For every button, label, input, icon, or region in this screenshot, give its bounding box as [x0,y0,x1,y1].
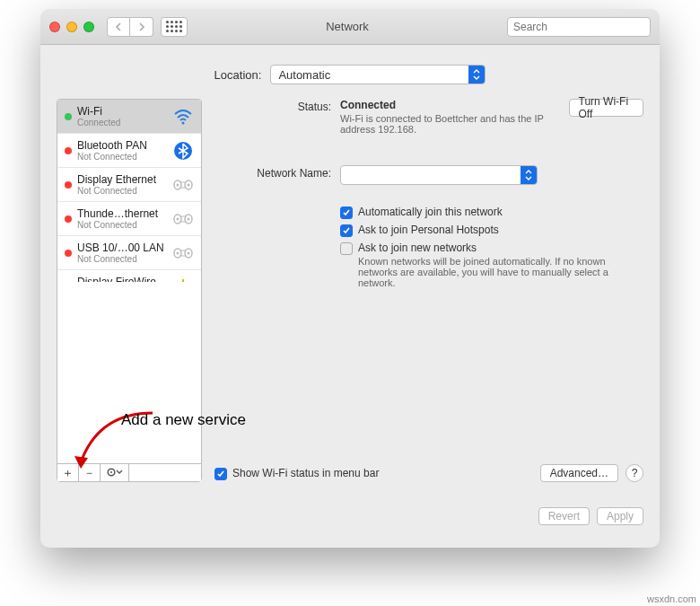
chevron-updown-icon [521,166,537,184]
menubar-label: Show Wi-Fi status in menu bar [232,467,379,479]
search-field[interactable] [507,17,651,37]
service-item[interactable]: Display FireWireNot Connected [57,270,201,282]
checkbox-icon [214,468,227,480]
status-dot-icon [65,215,72,223]
window-title: Network [188,20,507,33]
network-name-select[interactable] [340,165,538,185]
ask-new-label: Ask to join new networks [358,242,477,254]
service-name: Bluetooth PAN [77,139,167,152]
location-row: Location: Automatic [40,45,660,99]
auto-join-checkbox[interactable]: Automatically join this network [340,206,643,219]
location-value: Automatic [278,68,461,82]
apply-button[interactable]: Apply [597,507,643,525]
network-name-label: Network Name: [214,165,340,185]
service-item[interactable]: Wi-FiConnected [57,100,201,134]
service-name: Display Ethernet [77,173,167,186]
checkbox-icon [340,224,353,237]
svg-point-19 [188,251,190,254]
service-item[interactable]: Bluetooth PANNot Connected [57,134,201,168]
svg-point-18 [177,251,179,254]
ask-new-description: Known networks will be joined automatica… [358,256,609,288]
wifi-icon [172,106,194,127]
forward-button[interactable] [130,17,153,37]
service-status: Not Connected [77,254,167,264]
svg-point-13 [188,217,190,220]
eth-icon [172,242,194,264]
back-button[interactable] [107,17,130,37]
advanced-button[interactable]: Advanced… [540,464,618,482]
status-dot-icon [65,181,72,189]
status-dot-icon [65,113,72,120]
search-input[interactable] [513,21,648,33]
service-name: Thunde…thernet [77,207,167,220]
detail-pane: Status: Connected Wi-Fi is connected to … [214,99,643,482]
service-name: Wi-Fi [77,105,167,118]
service-item[interactable]: Thunde…thernetNot Connected [57,202,201,236]
menubar-checkbox[interactable]: Show Wi-Fi status in menu bar [214,467,379,480]
auto-join-label: Automatically join this network [358,206,503,218]
chevron-updown-icon [468,66,485,83]
footer: Revert Apply [40,498,660,525]
service-status: Not Connected [77,186,167,196]
service-list: Wi-FiConnectedBluetooth PANNot Connected… [57,100,201,282]
revert-button[interactable]: Revert [538,507,590,525]
service-status: Connected [77,118,167,127]
bt-icon [172,140,194,162]
status-label: Status: [214,99,340,135]
ask-hotspot-label: Ask to join Personal Hotspots [358,224,499,236]
traffic-lights [49,22,94,32]
status-dot-icon [65,250,72,257]
svg-point-12 [177,217,179,220]
status-description: Wi-Fi is connected to Boettcher and has … [340,113,547,135]
ask-hotspot-checkbox[interactable]: Ask to join Personal Hotspots [340,224,643,237]
service-status: Not Connected [77,220,167,230]
service-status: Not Connected [77,152,167,162]
minimize-button[interactable] [66,22,77,32]
svg-point-6 [177,183,179,186]
svg-point-2 [182,121,185,124]
ask-new-checkbox[interactable]: Ask to join new networks Known networks … [340,242,643,288]
service-item[interactable]: Display EthernetNot Connected [57,168,201,202]
annotation-label: Add a new service [121,411,246,429]
status-dot-icon [65,147,72,154]
checkbox-icon [340,206,353,219]
wifi-toggle-button[interactable]: Turn Wi-Fi Off [569,99,643,117]
zoom-button[interactable] [83,22,94,32]
svg-marker-37 [74,456,88,469]
location-label: Location: [214,68,262,82]
service-name: USB 10/…00 LAN [77,242,167,254]
show-all-button[interactable] [161,17,188,37]
nav-buttons [107,17,153,37]
close-button[interactable] [49,22,60,32]
service-item[interactable]: USB 10/…00 LANNot Connected [57,236,201,270]
help-button[interactable]: ? [626,464,643,482]
eth-icon [172,174,194,196]
checkbox-icon [340,242,353,255]
status-value: Connected [340,99,396,111]
titlebar: Network [40,9,660,45]
location-select[interactable]: Automatic [270,65,486,84]
eth-icon [172,208,194,230]
watermark: wsxdn.com [647,593,696,604]
svg-point-7 [188,183,190,186]
